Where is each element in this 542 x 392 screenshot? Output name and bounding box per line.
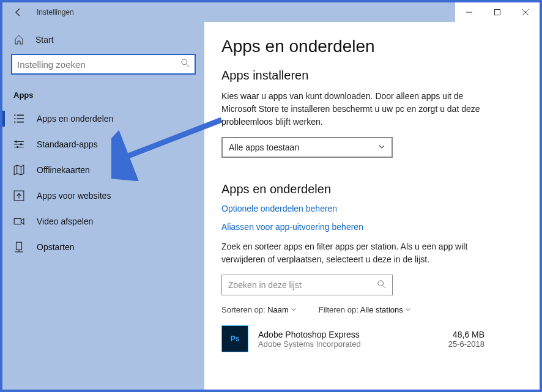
app-name: Adobe Photoshop Express (258, 330, 439, 339)
apps-search-input[interactable]: Zoeken in deze lijst (221, 275, 393, 295)
svg-line-5 (187, 64, 189, 67)
svg-rect-11 (14, 219, 21, 224)
sidebar-item-label: Standaard-apps (37, 139, 98, 149)
chevron-down-icon (291, 306, 297, 312)
close-button[interactable] (511, 2, 540, 22)
search-icon (181, 59, 190, 70)
svg-point-4 (182, 59, 187, 65)
link-optional-features[interactable]: Optionele onderdelen beheren (221, 204, 522, 213)
filter-label: Filteren op: (319, 305, 358, 314)
search-input[interactable] (11, 54, 196, 75)
section-apps-features: Apps en onderdelen (221, 182, 522, 196)
startup-icon (13, 242, 24, 253)
install-description: Kies waar u apps van kunt downloaden. Do… (221, 90, 484, 128)
sort-dropdown[interactable]: Naam (267, 305, 297, 314)
sidebar-item-label: Start (35, 35, 54, 45)
sort-filter-row: Sorteren op: Naam Filteren op: Alle stat… (221, 305, 522, 314)
sidebar-category: Apps (2, 83, 204, 106)
minimize-button[interactable] (455, 2, 483, 22)
sidebar-item-label: Apps voor websites (37, 191, 111, 201)
section-install-apps: Apps installeren (221, 68, 522, 83)
titlebar: Instellingen (2, 2, 540, 22)
dropdown-value: Alle apps toestaan (229, 142, 299, 152)
svg-line-16 (383, 285, 385, 287)
svg-point-7 (20, 143, 22, 145)
search-placeholder-text: Zoeken in deze lijst (228, 280, 302, 290)
video-icon (13, 216, 24, 227)
page-title: Apps en onderdelen (221, 37, 522, 56)
open-icon (13, 190, 24, 201)
sort-label: Sorteren op: (221, 305, 265, 314)
sidebar-item-label: Video afspelen (37, 216, 93, 226)
list-icon (13, 113, 24, 124)
svg-point-15 (378, 280, 384, 286)
settings-search (11, 54, 196, 75)
main-content: Apps en onderdelen Apps installeren Kies… (204, 22, 540, 390)
sidebar-item-default-apps[interactable]: Standaard-apps (2, 131, 204, 157)
map-icon (13, 165, 24, 176)
sidebar: Start Apps Apps en onderdelen Standaard-… (2, 22, 204, 390)
sidebar-item-apps-features[interactable]: Apps en onderdelen (2, 106, 204, 131)
sliders-icon (13, 139, 24, 150)
search-icon (377, 280, 386, 290)
sidebar-item-home[interactable]: Start (2, 28, 204, 51)
home-icon (13, 34, 24, 45)
sidebar-item-startup[interactable]: Opstarten (2, 234, 204, 260)
sidebar-item-label: Opstarten (37, 242, 74, 252)
app-publisher: Adobe Systems Incorporated (258, 339, 439, 349)
link-execution-aliases[interactable]: Aliassen voor app-uitvoering beheren (221, 222, 522, 232)
sidebar-item-label: Apps en onderdelen (37, 114, 113, 124)
app-size: 48,6 MB (448, 330, 484, 339)
app-date: 25-6-2018 (448, 339, 484, 349)
maximize-button[interactable] (483, 2, 511, 22)
svg-point-6 (15, 141, 17, 142)
filter-description: Zoek en sorteer apps en filter apps per … (221, 240, 484, 266)
app-list-item[interactable]: Ps Adobe Photoshop Express Adobe Systems… (221, 325, 484, 352)
sidebar-item-video-playback[interactable]: Video afspelen (2, 209, 204, 234)
window-controls (455, 2, 540, 22)
back-button[interactable] (11, 5, 26, 20)
svg-rect-12 (17, 242, 22, 250)
window-title: Instellingen (37, 8, 74, 17)
chevron-down-icon (405, 306, 411, 312)
svg-point-8 (17, 146, 18, 148)
filter-dropdown[interactable]: Alle stations (360, 305, 412, 314)
sidebar-item-apps-websites[interactable]: Apps voor websites (2, 183, 204, 209)
install-source-dropdown[interactable]: Alle apps toestaan (221, 137, 393, 158)
sidebar-item-label: Offlinekaarten (37, 165, 90, 175)
app-icon: Ps (221, 325, 248, 352)
svg-rect-1 (495, 10, 500, 15)
chevron-down-icon (378, 142, 385, 152)
sidebar-item-offline-maps[interactable]: Offlinekaarten (2, 157, 204, 183)
